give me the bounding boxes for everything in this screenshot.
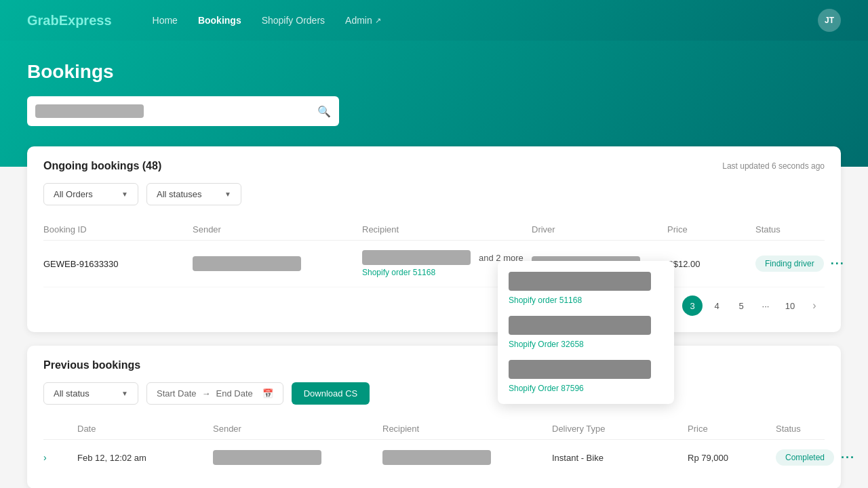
calendar-icon: 📅 bbox=[262, 388, 273, 399]
logo-grab: Grab bbox=[27, 13, 59, 28]
tooltip-item-3: Shopify Order 87596 bbox=[509, 360, 663, 393]
ongoing-bookings-card: Ongoing bookings (48) Last updated 6 sec… bbox=[27, 146, 841, 332]
header: GrabExpress Home Bookings Shopify Orders… bbox=[0, 0, 868, 41]
nav-home[interactable]: Home bbox=[153, 15, 178, 26]
prev-more-options-button[interactable]: ··· bbox=[841, 451, 855, 465]
status-cell: Finding driver ··· bbox=[755, 256, 868, 272]
chevron-down-icon: ▼ bbox=[121, 390, 128, 397]
date-range-filter[interactable]: Start Date → End Date 📅 bbox=[146, 382, 283, 405]
table-row: GEWEB-91633330 and 2 more Shopify order … bbox=[43, 241, 825, 287]
arrow-icon: → bbox=[202, 388, 211, 399]
logo: GrabExpress bbox=[27, 13, 112, 28]
page-title: Bookings bbox=[27, 61, 841, 83]
nav-admin[interactable]: Admin ↗ bbox=[345, 15, 381, 26]
pagination: 2 3 4 5 ··· 10 › bbox=[43, 287, 825, 319]
end-date: End Date bbox=[216, 388, 253, 399]
search-pill bbox=[35, 104, 144, 118]
search-icon[interactable]: 🔍 bbox=[317, 105, 331, 118]
tooltip-shopify-link-2[interactable]: Shopify Order 32658 bbox=[509, 340, 584, 349]
ongoing-title: Ongoing bookings (48) bbox=[43, 160, 161, 172]
page-btn-ellipsis: ··· bbox=[755, 296, 776, 316]
recipient-pill bbox=[362, 250, 471, 265]
col-recipient: Recipient bbox=[382, 424, 552, 434]
prev-table-row: › Feb 12, 12:02 am Instant - Bike Rp 79,… bbox=[43, 440, 825, 475]
prev-delivery-type: Instant - Bike bbox=[552, 453, 688, 463]
last-updated: Last updated 6 seconds ago bbox=[722, 161, 825, 171]
previous-card-header: Previous bookings bbox=[43, 359, 825, 371]
main-nav: Home Bookings Shopify Orders Admin ↗ bbox=[153, 15, 818, 26]
status-badge: Finding driver bbox=[755, 256, 824, 272]
tooltip-item-1: Shopify order 51168 bbox=[509, 272, 663, 305]
search-bar: 🔍 bbox=[27, 96, 339, 126]
prev-recipient-cell bbox=[382, 450, 552, 465]
page-btn-3[interactable]: 3 bbox=[682, 296, 703, 316]
filter-prev-status[interactable]: All status ▼ bbox=[43, 382, 138, 405]
download-csv-button[interactable]: Download CS bbox=[292, 382, 370, 405]
tooltip-item-2: Shopify Order 32658 bbox=[509, 316, 663, 349]
col-booking-id: Booking ID bbox=[43, 224, 193, 235]
col-price: Price bbox=[688, 424, 776, 434]
prev-status-badge: Completed bbox=[776, 449, 834, 466]
start-date: Start Date bbox=[157, 388, 197, 399]
previous-bookings-card: Previous bookings All status ▼ Start Dat… bbox=[27, 346, 841, 488]
col-driver: Driver bbox=[532, 224, 667, 235]
col-delivery-type: Delivery Type bbox=[552, 424, 688, 434]
prev-sender-pill bbox=[213, 450, 321, 465]
avatar[interactable]: JT bbox=[818, 9, 841, 32]
col-sender: Sender bbox=[213, 424, 382, 434]
page-next-button[interactable]: › bbox=[804, 296, 825, 316]
filter-all-orders[interactable]: All Orders ▼ bbox=[43, 183, 138, 205]
table-header: Booking ID Sender Recipient Driver Price… bbox=[43, 219, 825, 241]
col-status: Status bbox=[776, 424, 868, 434]
nav-bookings[interactable]: Bookings bbox=[198, 15, 241, 26]
filter-all-statuses[interactable]: All statuses ▼ bbox=[146, 183, 241, 205]
more-options-button[interactable]: ··· bbox=[831, 257, 845, 271]
tooltip-bar-3 bbox=[509, 360, 651, 379]
ongoing-table: Booking ID Sender Recipient Driver Price… bbox=[43, 219, 825, 287]
expand-icon[interactable]: › bbox=[43, 452, 77, 463]
previous-title: Previous bookings bbox=[43, 359, 140, 371]
col-recipient: Recipient bbox=[362, 224, 532, 235]
tooltip-bar-1 bbox=[509, 272, 651, 291]
prev-status-cell: Completed ··· bbox=[776, 449, 868, 466]
sender-avatar bbox=[193, 256, 301, 271]
nav-shopify[interactable]: Shopify Orders bbox=[262, 15, 325, 26]
ongoing-card-header: Ongoing bookings (48) Last updated 6 sec… bbox=[43, 160, 825, 172]
col-expand bbox=[43, 424, 77, 434]
recipient-tooltip: Shopify order 51168 Shopify Order 32658 … bbox=[498, 261, 674, 404]
booking-id: GEWEB-91633330 bbox=[43, 259, 193, 269]
prev-sender-cell bbox=[213, 450, 382, 465]
tooltip-shopify-link-3[interactable]: Shopify Order 87596 bbox=[509, 384, 584, 393]
page-btn-4[interactable]: 4 bbox=[707, 296, 727, 316]
prev-recipient-pill bbox=[382, 450, 491, 465]
page-btn-10[interactable]: 10 bbox=[780, 296, 800, 316]
col-price: Price bbox=[667, 224, 755, 235]
col-status: Status bbox=[755, 224, 868, 235]
tooltip-bar-2 bbox=[509, 316, 651, 335]
col-date: Date bbox=[77, 424, 213, 434]
chevron-down-icon: ▼ bbox=[224, 190, 231, 198]
tooltip-shopify-link-1[interactable]: Shopify order 51168 bbox=[509, 296, 582, 305]
main-content: Ongoing bookings (48) Last updated 6 sec… bbox=[0, 146, 868, 488]
previous-filters: All status ▼ Start Date → End Date 📅 Dow… bbox=[43, 382, 825, 405]
page-btn-5[interactable]: 5 bbox=[731, 296, 751, 316]
ongoing-filters: All Orders ▼ All statuses ▼ bbox=[43, 183, 825, 205]
sender-cell bbox=[193, 256, 362, 271]
prev-price: Rp 79,000 bbox=[688, 453, 776, 463]
prev-date: Feb 12, 12:02 am bbox=[77, 453, 213, 463]
price-cell: S$12.00 bbox=[667, 259, 755, 269]
chevron-down-icon: ▼ bbox=[121, 190, 128, 198]
previous-table: Date Sender Recipient Delivery Type Pric… bbox=[43, 418, 825, 475]
col-sender: Sender bbox=[193, 224, 362, 235]
prev-table-header: Date Sender Recipient Delivery Type Pric… bbox=[43, 418, 825, 440]
external-link-icon: ↗ bbox=[375, 16, 381, 25]
logo-express: Express bbox=[59, 13, 112, 28]
